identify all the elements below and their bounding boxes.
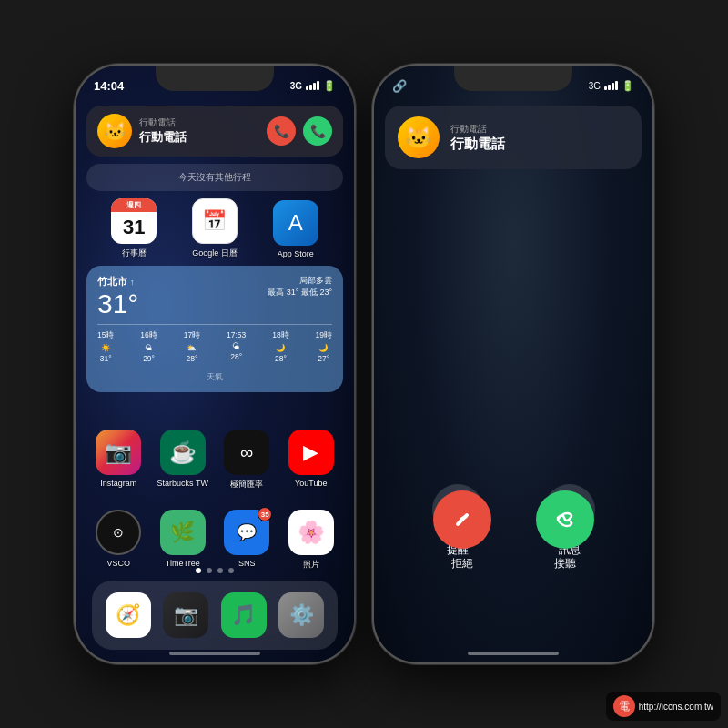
weather-hour-3: 17時 ⛅ 28° — [184, 330, 200, 363]
decline-button[interactable]: 拒絕 — [433, 490, 491, 571]
signal-icon-2 — [604, 81, 618, 90]
status-bar-right: 3G 🔋 — [290, 80, 336, 92]
phone-decline-icon — [450, 507, 475, 532]
youtube-icon: ▶ — [303, 440, 318, 464]
signal-text: 3G — [290, 81, 302, 91]
call-app-label: 行動電話 — [139, 116, 259, 129]
dock-settings[interactable]: ⚙️ — [273, 592, 329, 638]
status-bar-1: 14:04 3G 🔋 — [94, 76, 336, 95]
accept-icon — [536, 490, 594, 549]
weather-hourly: 15時 ☀️ 31° 16時 🌤 29° 17時 ⛅ 28° — [97, 324, 332, 363]
phone-2-screen: 🔗 3G 🔋 🐱 行動電話 行動電話 — [374, 66, 652, 662]
incoming-caller-avatar: 🐱 — [398, 116, 440, 158]
phone-2: 🔗 3G 🔋 🐱 行動電話 行動電話 — [372, 64, 654, 664]
accept-call-button[interactable]: 📞 — [303, 116, 332, 146]
instagram-icon: 📷 — [105, 440, 132, 465]
call-banner[interactable]: 🐱 行動電話 行動電話 📞 📞 — [86, 106, 343, 157]
app-instagram[interactable]: 📷 Instagram — [90, 430, 147, 490]
app-calendar[interactable]: 週四 31 行事曆 — [106, 198, 162, 259]
calendar-month-label: 週四 — [111, 198, 157, 212]
phone-1: 14:04 3G 🔋 🐱 行動電話 行動電話 📞 📞 — [74, 64, 356, 664]
app-timetree[interactable]: 🌿 TimeTree — [155, 510, 211, 571]
infinity-icon: ∞ — [240, 442, 253, 463]
weather-top: 竹北市 ↑ 31° 局部多雲 最高 31° 最低 23° — [97, 275, 332, 318]
dock-camera[interactable]: 📷 — [157, 592, 214, 638]
sns-icon: 💬 — [237, 522, 257, 542]
home-indicator-1[interactable] — [169, 652, 260, 655]
app-starbucks[interactable]: ☕ Starbucks TW — [155, 430, 211, 490]
caller-name: 行動電話 — [139, 129, 259, 146]
safari-icon: 🧭 — [116, 603, 140, 627]
call-info: 行動電話 行動電話 — [139, 116, 259, 146]
phone-accept-icon — [552, 507, 578, 532]
phone-1-screen: 14:04 3G 🔋 🐱 行動電話 行動電話 📞 📞 — [76, 66, 354, 662]
weather-hour-2: 16時 🌤 29° — [140, 330, 157, 363]
app-vsco[interactable]: ⊙ VSCO — [90, 510, 147, 571]
vsco-label: VSCO — [106, 559, 130, 568]
photos-icon: 🌸 — [298, 520, 325, 545]
phone2-status-icon: 🔗 — [392, 79, 407, 93]
sns-label: SNS — [238, 559, 256, 568]
call-control-buttons: 拒絕 接聽 — [374, 490, 652, 571]
weather-widget: 竹北市 ↑ 31° 局部多雲 最高 31° 最低 23° 15時 ☀️ 31° — [86, 266, 343, 392]
settings-icon: ⚙️ — [289, 603, 314, 627]
incoming-call-notification: 🐱 行動電話 行動電話 — [385, 106, 642, 169]
jiajian-label: 極簡匯率 — [230, 479, 263, 490]
weather-hour-1: 15時 ☀️ 31° — [97, 330, 114, 363]
appstore-label: App Store — [278, 249, 314, 258]
starbucks-icon: ☕ — [169, 440, 197, 465]
starbucks-label: Starbucks TW — [157, 479, 208, 488]
incoming-app-label: 行動電話 — [450, 123, 629, 136]
accept-label: 接聽 — [554, 556, 576, 571]
app-photos[interactable]: 🌸 照片 — [283, 510, 339, 571]
incoming-caller-name: 行動電話 — [450, 136, 629, 153]
weather-temp: 31° — [97, 288, 138, 318]
app-jiajian[interactable]: ∞ 極簡匯率 — [218, 430, 275, 490]
home-indicator-2[interactable] — [468, 652, 559, 655]
app-row-1: 週四 31 行事曆 📅 Google 日曆 — [86, 198, 343, 259]
decline-call-button[interactable]: 📞 — [267, 116, 296, 146]
weather-hour-4: 17:53 🌤 28° — [227, 330, 246, 363]
incoming-call-info: 行動電話 行動電話 — [450, 123, 629, 153]
weather-city: 竹北市 ↑ — [97, 275, 138, 288]
decline-icon — [433, 490, 491, 549]
app-google-calendar[interactable]: 📅 Google 日曆 — [187, 198, 243, 259]
camera-icon: 📷 — [174, 603, 198, 627]
app-sns[interactable]: 💬 35 SNS — [218, 510, 275, 571]
app-youtube[interactable]: ▶ YouTube — [283, 430, 339, 490]
social-app-row: 📷 Instagram ☕ Starbucks TW ∞ 極簡匯率 — [86, 430, 343, 490]
signal-text-2: 3G — [589, 81, 601, 91]
status-bar-2: 🔗 3G 🔋 — [392, 76, 634, 95]
battery-icon-2: 🔋 — [622, 80, 634, 92]
time-display: 14:04 — [94, 79, 124, 93]
gcal-icon: 📅 — [202, 209, 227, 233]
sns-badge: 35 — [258, 507, 272, 521]
caller-avatar: 🐱 — [97, 114, 132, 148]
decline-label: 拒絕 — [451, 556, 473, 571]
dock: 🧭 📷 🎵 ⚙️ — [92, 581, 338, 650]
dock-safari[interactable]: 🧭 — [100, 592, 157, 638]
call-actions: 📞 📞 — [267, 116, 332, 146]
utility-app-row: ⊙ VSCO 🌿 TimeTree 💬 35 — [86, 510, 343, 571]
calendar-widget-text: 今天沒有其他行程 — [97, 171, 332, 184]
phones-container: 14:04 3G 🔋 🐱 行動電話 行動電話 📞 📞 — [74, 64, 654, 664]
appstore-icon: A — [288, 210, 303, 236]
timetree-icon: 🌿 — [170, 521, 195, 544]
weather-condition: 局部多雲 最高 31° 最低 23° — [268, 275, 332, 298]
app-appstore[interactable]: A App Store — [268, 200, 324, 258]
status-bar-2-right: 3G 🔋 — [589, 80, 634, 92]
weather-hour-5: 18時 🌙 28° — [272, 330, 288, 363]
dock-spotify[interactable]: 🎵 — [216, 592, 272, 638]
youtube-label: YouTube — [295, 479, 327, 488]
signal-icon — [306, 81, 319, 90]
calendar-label: 行事曆 — [122, 248, 147, 259]
accept-button[interactable]: 接聽 — [536, 490, 594, 571]
battery-icon: 🔋 — [323, 80, 336, 92]
weather-hour-6: 19時 🌙 27° — [316, 330, 332, 363]
gcal-label: Google 日曆 — [192, 248, 238, 259]
watermark-text: http://iccns.com.tw — [639, 702, 713, 712]
power-button-2[interactable] — [652, 238, 654, 311]
power-button[interactable] — [354, 238, 356, 311]
calendar-day-number: 31 — [123, 212, 145, 243]
watermark-icon: 電 — [613, 695, 635, 717]
